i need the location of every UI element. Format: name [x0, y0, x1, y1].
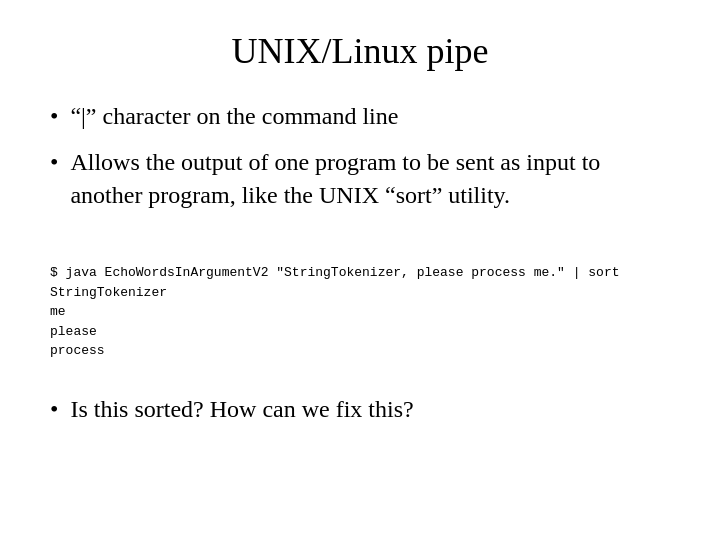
bullet-symbol-2: • [50, 146, 58, 178]
bullet-text-pipe-char: “|” character on the command line [70, 100, 670, 132]
bullet-item-allows: • Allows the output of one program to be… [50, 146, 670, 211]
bullet-text-allows: Allows the output of one program to be s… [70, 146, 670, 211]
slide-title: UNIX/Linux pipe [50, 30, 670, 72]
code-line-3: me [50, 304, 66, 319]
code-line-5: process [50, 343, 105, 358]
bullet-list-bottom: • Is this sorted? How can we fix this? [50, 393, 670, 439]
bullet-symbol-1: • [50, 100, 58, 132]
bullet-list-main: • “|” character on the command line • Al… [50, 100, 670, 225]
bullet-symbol-3: • [50, 393, 58, 425]
code-line-4: please [50, 324, 97, 339]
slide: UNIX/Linux pipe • “|” character on the c… [0, 0, 720, 540]
bullet-item-pipe-char: • “|” character on the command line [50, 100, 670, 132]
bullet-text-sorted: Is this sorted? How can we fix this? [70, 393, 670, 425]
code-line-1: $ java EchoWordsInArgumentV2 "StringToke… [50, 265, 620, 280]
code-line-2: StringTokenizer [50, 285, 167, 300]
code-block: $ java EchoWordsInArgumentV2 "StringToke… [50, 263, 670, 361]
bullet-item-sorted: • Is this sorted? How can we fix this? [50, 393, 670, 425]
